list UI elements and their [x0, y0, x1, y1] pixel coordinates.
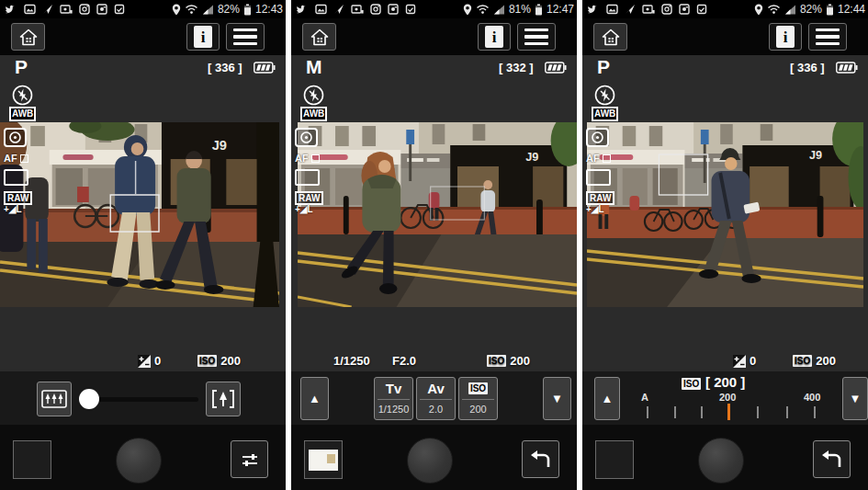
instagram-icon [370, 4, 381, 15]
af-mode-indicator[interactable]: AF [586, 153, 611, 164]
navigation-icon [333, 4, 344, 15]
metering-mode-icon[interactable] [295, 128, 318, 147]
exposure-comp-icon [733, 355, 746, 368]
notification-icons [294, 4, 463, 15]
af-mode-indicator[interactable]: AF [4, 153, 28, 164]
drive-mode-icon[interactable] [295, 169, 320, 186]
instagram-icon [661, 4, 672, 15]
flash-off-icon[interactable] [12, 85, 33, 106]
av-label: Av [420, 378, 452, 400]
live-view[interactable]: J9 [587, 122, 863, 307]
menu-button[interactable] [517, 23, 556, 51]
storefront-sign-text: J9 [212, 138, 227, 153]
last-image-thumbnail[interactable] [304, 440, 343, 479]
value-up-button[interactable]: ▲ [594, 377, 620, 420]
iso-value: 200 [816, 354, 836, 368]
exposure-control-strip: ▲ Tv 1/1250 Av 2.0 ISO 200 ▼ [291, 371, 577, 425]
live-view[interactable]: J9 [298, 122, 577, 307]
last-image-thumbnail[interactable] [595, 440, 634, 479]
dial-tick-current [727, 404, 730, 420]
image-quality-raw-badge[interactable]: RAW [4, 191, 32, 205]
tv-label: Tv [378, 378, 410, 400]
zoom-slider-knob[interactable] [79, 389, 99, 409]
hamburger-icon [233, 28, 257, 46]
bottom-bar [291, 425, 577, 490]
signal-icon [202, 5, 214, 15]
google-plus-icon [388, 4, 399, 15]
metering-mode-icon[interactable] [586, 128, 609, 147]
back-button[interactable] [813, 440, 851, 478]
info-button[interactable]: i [186, 23, 220, 51]
triple-screenshot-stage: 82% 12:43 i P [ 336 ] AWB [0, 0, 868, 490]
av-value: 2.0 [417, 400, 455, 418]
notes-icon [114, 4, 125, 15]
drive-mode-icon[interactable] [586, 169, 611, 186]
app-toolbar: i [291, 18, 577, 55]
dial-iso-badge: ISO [682, 378, 701, 390]
iso-dial-strip[interactable]: ▲ ISO [ 200 ] A 200 400 ▼ [582, 371, 868, 425]
info-icon: i [194, 26, 212, 48]
home-icon [602, 28, 620, 46]
iso-button-value: 200 [459, 400, 497, 418]
iso-button-badge: ISO [468, 382, 488, 394]
tv-button[interactable]: Tv 1/1250 [374, 377, 413, 420]
wifi-icon [476, 4, 490, 15]
white-balance-badge[interactable]: AWB [592, 107, 618, 121]
battery-percent: 82% [800, 3, 822, 16]
settings-button[interactable] [231, 440, 268, 478]
ev-value: 0 [750, 354, 756, 368]
af-mode-indicator[interactable]: AF [295, 153, 320, 164]
value-down-button[interactable]: ▼ [842, 377, 868, 420]
metering-mode-icon[interactable] [4, 128, 27, 147]
exposure-compensation-readout: 0 [138, 354, 161, 368]
clock: 12:44 [838, 3, 865, 16]
return-arrow-icon [529, 448, 553, 472]
info-icon: i [776, 26, 795, 48]
image-quality-raw-badge[interactable]: RAW [586, 191, 614, 205]
drive-mode-icon[interactable] [4, 169, 28, 186]
twitter-icon [5, 4, 17, 15]
last-image-thumbnail[interactable] [13, 440, 51, 479]
clock: 12:47 [547, 3, 574, 16]
gallery-icon [606, 4, 618, 15]
white-balance-badge[interactable]: AWB [9, 107, 36, 121]
zoom-tele-button[interactable] [206, 382, 241, 416]
tv-value: 1/1250 [375, 400, 412, 418]
flash-off-icon[interactable] [594, 85, 615, 106]
iso-value: 200 [220, 354, 241, 368]
info-button[interactable]: i [769, 23, 802, 51]
location-icon [172, 4, 181, 16]
home-button[interactable] [302, 23, 336, 51]
af-frame-icon [20, 154, 28, 163]
google-plus-icon [679, 4, 690, 15]
shutter-button[interactable] [407, 438, 453, 484]
iso-button[interactable]: ISO 200 [458, 377, 498, 420]
menu-button[interactable] [808, 23, 847, 51]
value-down-button[interactable]: ▼ [543, 377, 571, 420]
back-button[interactable] [522, 440, 559, 478]
af-frame-icon [311, 154, 320, 163]
twitter-icon [296, 4, 309, 15]
live-view[interactable]: J9 [0, 122, 279, 307]
shutter-speed-readout: 1/1250 [333, 354, 370, 368]
shutter-button[interactable] [698, 438, 744, 484]
wifi-icon [185, 4, 198, 15]
camera-battery-icon [836, 62, 858, 74]
value-up-button[interactable]: ▲ [300, 377, 329, 420]
home-button[interactable] [593, 23, 627, 51]
menu-button[interactable] [226, 23, 265, 51]
zoom-wide-button[interactable] [37, 382, 72, 416]
image-quality-jpeg-label: +◢L [295, 204, 313, 214]
white-balance-badge[interactable]: AWB [300, 107, 327, 121]
home-button[interactable] [11, 23, 45, 51]
shooting-mode: M [306, 56, 322, 78]
iso-badge: ISO [197, 355, 217, 367]
shutter-button[interactable] [116, 438, 162, 484]
flash-off-icon[interactable] [303, 85, 324, 106]
camera-battery-icon [545, 62, 567, 74]
av-button[interactable]: Av 2.0 [416, 377, 456, 420]
image-quality-raw-badge[interactable]: RAW [295, 191, 323, 205]
notes-icon [696, 4, 707, 15]
info-button[interactable]: i [478, 23, 511, 51]
wide-angle-icon [41, 390, 67, 408]
